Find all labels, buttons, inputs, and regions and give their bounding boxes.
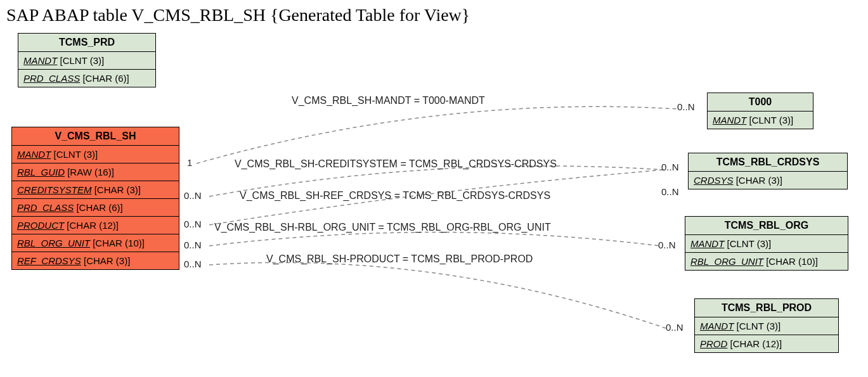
entity-field: PRD_CLASS [CHAR (6)] [12, 199, 179, 217]
cardinality: 0..N [184, 219, 202, 229]
relation-label: V_CMS_RBL_SH-CREDITSYSTEM = TCMS_RBL_CRD… [235, 158, 557, 170]
cardinality: 1 [187, 157, 192, 168]
cardinality: 0..N [184, 259, 202, 269]
relation-label: V_CMS_RBL_SH-RBL_ORG_UNIT = TCMS_RBL_ORG… [214, 222, 551, 233]
entity-tcms-prd: TCMS_PRD MANDT [CLNT (3)] PRD_CLASS [CHA… [18, 33, 156, 87]
entity-v-cms-rbl-sh: V_CMS_RBL_SH MANDT [CLNT (3)] RBL_GUID [… [11, 127, 179, 270]
cardinality: 0..N [661, 186, 679, 197]
entity-field: MANDT [CLNT (3)] [12, 146, 179, 163]
entity-field: CREDITSYSTEM [CHAR (3)] [12, 181, 179, 199]
entity-field: MANDT [CLNT (3)] [708, 112, 813, 129]
relation-label: V_CMS_RBL_SH-REF_CRDSYS = TCMS_RBL_CRDSY… [240, 190, 550, 201]
entity-field: RBL_ORG_UNIT [CHAR (10)] [685, 253, 848, 270]
entity-tcms-rbl-crdsys: TCMS_RBL_CRDSYS CRDSYS [CHAR (3)] [688, 153, 848, 189]
entity-header: TCMS_RBL_PROD [695, 299, 838, 317]
cardinality: 0..N [658, 240, 676, 250]
entity-field: RBL_ORG_UNIT [CHAR (10)] [12, 234, 179, 252]
entity-field: MANDT [CLNT (3)] [18, 52, 155, 70]
entity-tcms-rbl-prod: TCMS_RBL_PROD MANDT [CLNT (3)] PROD [CHA… [694, 298, 839, 353]
diagram-title: SAP ABAP table V_CMS_RBL_SH {Generated T… [6, 5, 470, 25]
entity-header: TCMS_RBL_CRDSYS [689, 153, 847, 172]
cardinality: 0..N [184, 240, 202, 250]
entity-field: MANDT [CLNT (3)] [695, 317, 838, 335]
cardinality: 0..N [184, 190, 202, 201]
relation-label: V_CMS_RBL_SH-PRODUCT = TCMS_RBL_PROD-PRO… [266, 253, 533, 265]
entity-header: T000 [708, 93, 813, 112]
cardinality: 0..N [677, 101, 695, 112]
entity-field: MANDT [CLNT (3)] [685, 235, 848, 253]
entity-field: RBL_GUID [RAW (16)] [12, 163, 179, 181]
cardinality: 0..N [661, 162, 679, 172]
entity-field: PRODUCT [CHAR (12)] [12, 217, 179, 234]
entity-field: REF_CRDSYS [CHAR (3)] [12, 252, 179, 269]
entity-field: PROD [CHAR (12)] [695, 335, 838, 352]
cardinality: 0..N [666, 322, 683, 333]
entity-header: V_CMS_RBL_SH [12, 127, 179, 146]
relation-label: V_CMS_RBL_SH-MANDT = T000-MANDT [292, 95, 485, 106]
entity-header: TCMS_RBL_ORG [685, 217, 848, 235]
entity-header: TCMS_PRD [18, 34, 155, 52]
entity-tcms-rbl-org: TCMS_RBL_ORG MANDT [CLNT (3)] RBL_ORG_UN… [685, 216, 848, 271]
entity-field: PRD_CLASS [CHAR (6)] [18, 70, 155, 87]
entity-field: CRDSYS [CHAR (3)] [689, 172, 847, 189]
entity-t000: T000 MANDT [CLNT (3)] [707, 93, 813, 129]
